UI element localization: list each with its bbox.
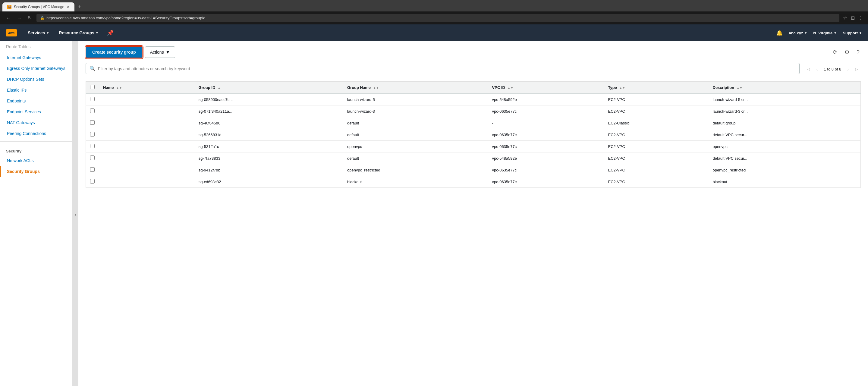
table-row[interactable]: sg-071f340a211a... launch-wizard-3 vpc-0… [86, 105, 861, 117]
col-group-id-sort-icon: ▲ [218, 86, 221, 90]
row-checkbox-cell[interactable] [86, 117, 99, 129]
last-page-button[interactable]: ⊳ [852, 66, 861, 73]
next-page-button[interactable]: › [845, 66, 851, 73]
row-vpc-id-1: vpc-0635e77c [488, 105, 604, 117]
row-checkbox-cell[interactable] [86, 141, 99, 153]
sidebar-toggle-button[interactable]: ‹ [72, 41, 79, 386]
sidebar-item-security-groups[interactable]: Security Groups [0, 166, 72, 177]
sidebar-item-nat-gateways[interactable]: NAT Gateways [0, 117, 72, 128]
actions-dropdown-button[interactable]: Actions ▼ [145, 46, 175, 58]
col-name-label: Name [103, 85, 114, 90]
sidebar-item-peering-connections[interactable]: Peering Connections [0, 128, 72, 139]
first-page-button[interactable]: ⊲ [804, 66, 813, 73]
row-name-0 [99, 93, 194, 105]
table-row[interactable]: sg-40f645d6 default - EC2-Classic defaul… [86, 117, 861, 129]
aws-logo[interactable]: aws [6, 29, 17, 36]
aws-top-nav: aws Services ▼ Resource Groups ▼ 📌 🔔 abc… [0, 24, 868, 41]
row-checkbox-1[interactable] [90, 108, 95, 113]
row-group-id-2: sg-40f645d6 [194, 117, 343, 129]
col-description-label: Description [713, 85, 735, 90]
sidebar-item-dhcp[interactable]: DHCP Options Sets [0, 74, 72, 85]
row-group-id-7: sg-cd698c82 [194, 176, 343, 188]
table-row[interactable]: sg-cd698c82 blackout vpc-0635e77c EC2-VP… [86, 176, 861, 188]
menu-icon[interactable]: ⋮ [858, 15, 863, 21]
row-checkbox-cell[interactable] [86, 153, 99, 164]
refresh-button[interactable]: ⟳ [832, 47, 838, 57]
notifications-button[interactable]: 🔔 [776, 30, 783, 36]
row-checkbox-6[interactable] [90, 167, 95, 172]
services-label: Services [28, 30, 45, 35]
sidebar-item-elastic-ips[interactable]: Elastic IPs [0, 85, 72, 96]
row-checkbox-0[interactable] [90, 97, 95, 101]
region-label: N. Virginia [813, 31, 832, 35]
table-row[interactable]: sg-531ffa1c openvpc vpc-0635e77c EC2-VPC… [86, 141, 861, 153]
extensions-icon[interactable]: ⊞ [851, 15, 855, 21]
sidebar-item-route-tables[interactable]: Route Tables [0, 41, 72, 52]
close-tab-button[interactable]: ✕ [67, 5, 70, 9]
filter-input[interactable] [98, 66, 796, 71]
browser-tab[interactable]: 📦 Security Groups | VPC Manage ✕ [2, 2, 74, 11]
table-row[interactable]: sg-7fa73833 default vpc-548a592e EC2-VPC… [86, 153, 861, 164]
row-vpc-id-2: - [488, 117, 604, 129]
help-button[interactable]: ? [855, 48, 861, 57]
user-label: abc.xyz [789, 31, 803, 35]
col-header-group-id[interactable]: Group ID ▲ [194, 82, 343, 94]
row-checkbox-2[interactable] [90, 120, 95, 125]
resource-groups-menu-button[interactable]: Resource Groups ▼ [58, 28, 100, 38]
col-header-name[interactable]: Name ▲▼ [99, 82, 194, 94]
table-row[interactable]: sg-5266831d default vpc-0635e77c EC2-VPC… [86, 129, 861, 141]
table-row[interactable]: sg-058900eacc7c... launch-wizard-5 vpc-5… [86, 93, 861, 105]
bookmark-icon[interactable]: ☆ [843, 15, 847, 21]
sidebar-item-endpoints[interactable]: Endpoints [0, 96, 72, 106]
user-caret: ▼ [804, 31, 807, 35]
security-section-label: Security [0, 144, 72, 155]
forward-button[interactable]: → [16, 14, 23, 22]
row-checkbox-cell[interactable] [86, 105, 99, 117]
new-tab-button[interactable]: + [76, 3, 84, 11]
row-vpc-id-5: vpc-548a592e [488, 153, 604, 164]
support-label: Support [843, 31, 858, 35]
services-menu-button[interactable]: Services ▼ [27, 28, 51, 38]
row-description-6: openvpc_restricted [709, 164, 861, 176]
sidebar-item-network-acls[interactable]: Network ACLs [0, 155, 72, 166]
support-caret: ▼ [859, 31, 862, 35]
address-bar[interactable]: 🔒 https://console.aws.amazon.com/vpc/hom… [36, 14, 839, 22]
row-checkbox-3[interactable] [90, 132, 95, 136]
col-header-description[interactable]: Description ▲▼ [709, 82, 861, 94]
row-checkbox-5[interactable] [90, 156, 95, 160]
prev-page-button[interactable]: ‹ [814, 66, 820, 73]
select-all-header[interactable] [86, 82, 99, 94]
col-group-id-label: Group ID [198, 85, 216, 90]
table-row[interactable]: sg-9412f7db openvpc_restricted vpc-0635e… [86, 164, 861, 176]
row-description-5: default VPC secur... [709, 153, 861, 164]
row-group-name-7: blackout [343, 176, 488, 188]
row-checkbox-4[interactable] [90, 144, 95, 148]
row-description-0: launch-wizard-5 cr... [709, 93, 861, 105]
row-group-id-3: sg-5266831d [194, 129, 343, 141]
sidebar-item-endpoint-services[interactable]: Endpoint Services [0, 106, 72, 117]
row-checkbox-cell[interactable] [86, 176, 99, 188]
select-all-checkbox[interactable] [90, 85, 95, 89]
settings-button[interactable]: ⚙ [843, 47, 850, 57]
sidebar-item-egress-only[interactable]: Egress Only Internet Gateways [0, 63, 72, 74]
col-header-type[interactable]: Type ▲▼ [604, 82, 709, 94]
sidebar-item-internet-gateways[interactable]: Internet Gateways [0, 52, 72, 63]
col-header-vpc-id[interactable]: VPC ID ▲▼ [488, 82, 604, 94]
row-group-name-3: default [343, 129, 488, 141]
row-group-id-4: sg-531ffa1c [194, 141, 343, 153]
pin-icon[interactable]: 📌 [107, 30, 114, 36]
col-header-group-name[interactable]: Group Name ▲▼ [343, 82, 488, 94]
row-group-name-2: default [343, 117, 488, 129]
user-menu-button[interactable]: abc.xyz ▼ [789, 31, 807, 35]
reload-button[interactable]: ↻ [27, 14, 33, 22]
support-menu-button[interactable]: Support ▼ [843, 31, 862, 35]
back-button[interactable]: ← [5, 14, 12, 22]
row-checkbox-cell[interactable] [86, 93, 99, 105]
region-menu-button[interactable]: N. Virginia ▼ [813, 31, 837, 35]
create-security-group-button[interactable]: Create security group [86, 46, 143, 58]
col-group-name-label: Group Name [347, 85, 371, 90]
row-checkbox-7[interactable] [90, 179, 95, 184]
row-checkbox-cell[interactable] [86, 164, 99, 176]
aws-logo-text: aws [8, 31, 15, 35]
row-checkbox-cell[interactable] [86, 129, 99, 141]
